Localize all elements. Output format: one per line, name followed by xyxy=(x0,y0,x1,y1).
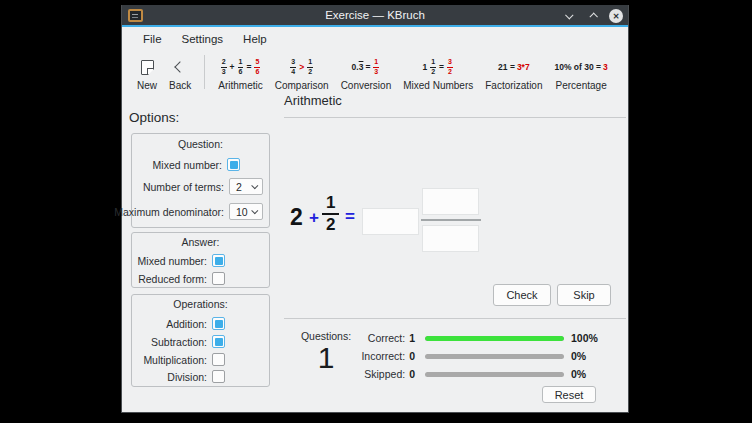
question-fraction: 1 2 xyxy=(322,193,339,234)
subtraction-label: Subtraction: xyxy=(151,336,207,348)
question-equals: = xyxy=(345,207,355,227)
chevron-down-icon xyxy=(251,182,258,189)
question-whole-number: 2 xyxy=(290,204,303,231)
skip-button[interactable]: Skip xyxy=(557,284,611,306)
chevron-left-icon xyxy=(174,61,185,72)
toolbar-separator xyxy=(204,55,205,89)
menu-settings[interactable]: Settings xyxy=(172,31,234,47)
correct-percent: 100% xyxy=(571,332,598,344)
conversion-expression-icon: 0.3 = 13 xyxy=(352,58,381,75)
chevron-down-icon xyxy=(251,207,258,214)
mode-comparison-label: Comparison xyxy=(275,80,329,91)
reset-button[interactable]: Reset xyxy=(542,386,596,403)
mixed-numbers-expression-icon: 1 12 = 32 xyxy=(422,58,454,75)
mode-percentage-button[interactable]: 10% of 30 = 3 Percentage xyxy=(549,49,614,95)
check-button[interactable]: Check xyxy=(493,284,551,306)
question-group-title: Question: xyxy=(132,138,269,150)
skipped-stat-line: Skipped: 0 xyxy=(284,368,415,380)
question-groupbox: Question: Mixed number: Number of terms:… xyxy=(131,133,270,228)
chevron-up-icon xyxy=(589,12,597,20)
question-mixed-number-label: Mixed number: xyxy=(153,159,222,171)
kbruch-blackboard-icon xyxy=(128,9,143,22)
maximize-button[interactable] xyxy=(586,9,600,23)
skipped-percent: 0% xyxy=(571,368,586,380)
multiplication-label: Multiplication: xyxy=(143,354,207,366)
chevron-down-icon xyxy=(565,11,573,19)
skipped-progress-bar xyxy=(425,372,564,377)
mode-comparison-button[interactable]: 34 > 12 Comparison xyxy=(269,49,335,95)
operations-groupbox: Operations: Addition: Subtraction: Multi… xyxy=(131,294,270,387)
title-divider xyxy=(284,117,626,118)
subtraction-checkbox[interactable] xyxy=(212,335,225,348)
mode-mixed-numbers-label: Mixed Numbers xyxy=(403,80,473,91)
answer-group-title: Answer: xyxy=(132,236,269,248)
answer-denominator-input[interactable] xyxy=(422,225,479,252)
maximum-denominator-label: Maximum denominator: xyxy=(114,206,224,218)
mode-conversion-button[interactable]: 0.3 = 13 Conversion xyxy=(335,49,398,95)
answer-groupbox: Answer: Mixed number: Reduced form: xyxy=(131,232,270,288)
window-title: Exercise — KBruch xyxy=(122,9,628,21)
mode-percentage-label: Percentage xyxy=(556,80,607,91)
close-icon: ✕ xyxy=(613,12,620,21)
maximum-denominator-select[interactable]: 10 xyxy=(229,203,263,220)
correct-progress-bar xyxy=(425,336,564,341)
incorrect-label: Incorrect: xyxy=(361,350,405,362)
options-heading: Options: xyxy=(129,110,179,125)
answer-numerator-input[interactable] xyxy=(422,188,479,215)
skipped-count: 0 xyxy=(409,368,415,380)
new-button[interactable]: New xyxy=(131,49,163,95)
close-button[interactable]: ✕ xyxy=(609,9,623,23)
menu-file[interactable]: File xyxy=(133,31,172,47)
mode-factorization-label: Factorization xyxy=(485,80,542,91)
addition-label: Addition: xyxy=(166,318,207,330)
arithmetic-expression-icon: 23 + 16 = 56 xyxy=(220,58,262,75)
comparison-expression-icon: 34 > 12 xyxy=(289,58,314,75)
percentage-expression-icon: 10% of 30 = 3 xyxy=(555,62,608,72)
question-numerator: 1 xyxy=(322,193,339,213)
skipped-label: Skipped: xyxy=(364,368,405,380)
number-of-terms-label: Number of terms: xyxy=(143,181,224,193)
mode-mixed-numbers-button[interactable]: 1 12 = 32 Mixed Numbers xyxy=(397,49,479,95)
back-button[interactable]: Back xyxy=(163,49,197,95)
menu-help[interactable]: Help xyxy=(233,31,277,47)
menubar: File Settings Help xyxy=(122,29,628,49)
mode-conversion-label: Conversion xyxy=(341,80,392,91)
correct-progress-fill xyxy=(425,336,564,341)
operations-group-title: Operations: xyxy=(132,298,269,310)
question-mixed-number-checkbox[interactable] xyxy=(227,158,240,171)
new-label: New xyxy=(137,80,157,91)
statistics-divider xyxy=(284,318,626,319)
correct-label: Correct: xyxy=(368,332,405,344)
number-of-terms-select[interactable]: 2 xyxy=(229,178,263,195)
correct-stat-line: Correct: 1 xyxy=(284,332,415,344)
kbruch-window: Exercise — KBruch ✕ File Settings Help N… xyxy=(121,5,629,413)
division-label: Division: xyxy=(167,371,207,383)
exercise-title: Arithmetic xyxy=(284,93,342,108)
new-document-icon xyxy=(141,60,154,75)
factorization-expression-icon: 21 = 3*7 xyxy=(498,62,530,72)
reduced-form-label: Reduced form: xyxy=(138,273,207,285)
titlebar[interactable]: Exercise — KBruch ✕ xyxy=(122,5,628,27)
mode-arithmetic-label: Arithmetic xyxy=(218,80,262,91)
incorrect-count: 0 xyxy=(409,350,415,362)
question-denominator: 2 xyxy=(322,213,339,235)
multiplication-checkbox[interactable] xyxy=(212,353,225,366)
division-checkbox[interactable] xyxy=(212,370,225,383)
answer-mixed-number-checkbox[interactable] xyxy=(212,254,225,267)
correct-count: 1 xyxy=(409,332,415,344)
answer-fraction-bar xyxy=(421,219,481,221)
answer-mixed-number-label: Mixed number: xyxy=(138,255,207,267)
back-label: Back xyxy=(169,80,191,91)
toolbar: New Back 23 + 16 = 56 Arithmetic 34 xyxy=(122,49,628,95)
answer-whole-input[interactable] xyxy=(362,208,419,235)
mode-arithmetic-button[interactable]: 23 + 16 = 56 Arithmetic xyxy=(212,49,268,95)
reduced-form-checkbox[interactable] xyxy=(212,272,225,285)
addition-checkbox[interactable] xyxy=(212,317,225,330)
mode-factorization-button[interactable]: 21 = 3*7 Factorization xyxy=(479,49,548,95)
incorrect-stat-line: Incorrect: 0 xyxy=(284,350,415,362)
incorrect-percent: 0% xyxy=(571,350,586,362)
minimize-button[interactable] xyxy=(563,9,577,23)
question-operator: + xyxy=(309,208,319,228)
incorrect-progress-bar xyxy=(425,354,564,359)
